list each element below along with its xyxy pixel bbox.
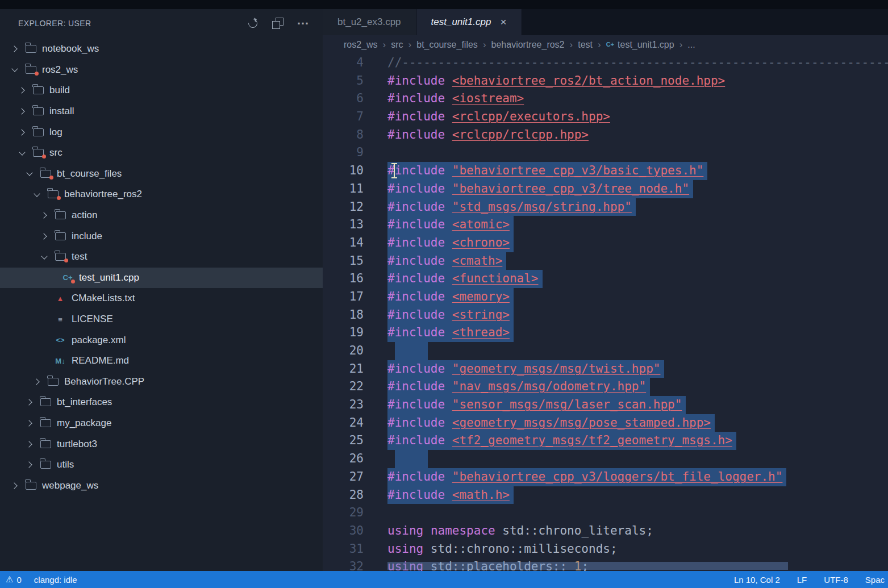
code-editor[interactable]: 4//-------------------------------------… (323, 54, 888, 571)
line-number[interactable]: 22 (323, 378, 364, 396)
code-line-29[interactable]: 29 (323, 504, 888, 522)
status-ln-10-col-2[interactable]: Ln 10, Col 2 (734, 575, 780, 585)
line-number[interactable]: 10 (323, 162, 364, 180)
line-number[interactable]: 6 (323, 90, 364, 108)
code-line-25[interactable]: 25#include <tf2_geometry_msgs/tf2_geomet… (323, 432, 888, 450)
line-number[interactable]: 29 (323, 504, 364, 522)
breadcrumb-item-behaviortree_ros2[interactable]: behaviortree_ros2 (491, 40, 565, 50)
code-line-13[interactable]: 13#include <atomic> (323, 216, 888, 234)
line-number[interactable]: 20 (323, 342, 364, 360)
tree-item-turtlebot3[interactable]: turtlebot3 (0, 433, 323, 454)
line-number[interactable]: 23 (323, 396, 364, 414)
breadcrumb-item-ros2_ws[interactable]: ros2_ws (344, 40, 378, 50)
code-line-17[interactable]: 17#include <memory> (323, 288, 888, 306)
code-line-5[interactable]: 5#include <behaviortree_ros2/bt_action_n… (323, 72, 888, 90)
tree-item-package.xml[interactable]: <>package.xml (0, 330, 323, 351)
code-line-30[interactable]: 30using namespace std::chrono_literals; (323, 522, 888, 540)
code-line-23[interactable]: 23#include "sensor_msgs/msg/laser_scan.h… (323, 396, 888, 414)
problems-indicator[interactable]: ⚠ 0 (6, 574, 22, 585)
line-number[interactable]: 19 (323, 324, 364, 342)
horizontal-scrollbar[interactable] (387, 562, 788, 570)
refresh-icon[interactable] (244, 15, 261, 32)
tab-bt_u2_ex3.cpp[interactable]: bt_u2_ex3.cpp (323, 9, 416, 35)
line-number[interactable]: 14 (323, 234, 364, 252)
line-number[interactable]: 30 (323, 522, 364, 540)
line-number[interactable]: 5 (323, 72, 364, 90)
code-line-9[interactable]: 9 (323, 144, 888, 162)
line-number[interactable]: 28 (323, 486, 364, 504)
tree-item-ros2_ws[interactable]: ros2_ws (0, 60, 323, 81)
line-number[interactable]: 18 (323, 306, 364, 324)
line-number[interactable]: 13 (323, 216, 364, 234)
code-line-31[interactable]: 31using std::chrono::milliseconds; (323, 540, 888, 558)
code-line-6[interactable]: 6#include <iostream> (323, 90, 888, 108)
tab-test_unit1.cpp[interactable]: test_unit1.cpp× (416, 9, 522, 35)
tree-item-src[interactable]: src (0, 143, 323, 164)
code-line-28[interactable]: 28#include <math.h> (323, 486, 888, 504)
tree-item-README.md[interactable]: M↓README.md (0, 351, 323, 372)
code-line-18[interactable]: 18#include <string> (323, 306, 888, 324)
collapse-folders-icon[interactable] (269, 15, 286, 32)
line-number[interactable]: 4 (323, 54, 364, 72)
code-line-24[interactable]: 24#include <geometry_msgs/msg/pose_stamp… (323, 414, 888, 432)
tree-item-my_package[interactable]: my_package (0, 413, 323, 434)
line-number[interactable]: 27 (323, 468, 364, 486)
code-line-21[interactable]: 21#include "geometry_msgs/msg/twist.hpp" (323, 360, 888, 378)
language-server-status[interactable]: clangd: idle (34, 575, 77, 585)
line-number[interactable]: 32 (323, 558, 364, 571)
code-line-10[interactable]: 10#include "behaviortree_cpp_v3/basic_ty… (323, 162, 888, 180)
line-number[interactable]: 26 (323, 450, 364, 468)
line-number[interactable]: 25 (323, 432, 364, 450)
line-number[interactable]: 8 (323, 126, 364, 144)
tree-item-install[interactable]: install (0, 101, 323, 122)
tree-item-bt_interfaces[interactable]: bt_interfaces (0, 392, 323, 413)
tree-item-build[interactable]: build (0, 80, 323, 101)
tree-item-BehaviorTree.CPP[interactable]: BehaviorTree.CPP (0, 372, 323, 393)
tree-item-CMakeLists.txt[interactable]: ▲CMakeLists.txt (0, 288, 323, 309)
line-number[interactable]: 15 (323, 252, 364, 270)
status-lf[interactable]: LF (797, 575, 807, 585)
code-line-27[interactable]: 27#include "behaviortree_cpp_v3/loggers/… (323, 468, 888, 486)
code-line-11[interactable]: 11#include "behaviortree_cpp_v3/tree_nod… (323, 180, 888, 198)
breadcrumb-item-...[interactable]: ... (687, 40, 695, 50)
tree-item-notebook_ws[interactable]: notebook_ws (0, 39, 323, 60)
tree-item-behaviortree_ros2[interactable]: behaviortree_ros2 (0, 184, 323, 205)
line-number[interactable]: 24 (323, 414, 364, 432)
code-line-26[interactable]: 26 (323, 450, 888, 468)
tree-item-test_unit1.cpp[interactable]: C+test_unit1.cpp (0, 268, 323, 289)
tree-item-include[interactable]: include (0, 226, 323, 247)
tree-item-utils[interactable]: utils (0, 454, 323, 476)
code-line-22[interactable]: 22#include "nav_msgs/msg/odometry.hpp" (323, 378, 888, 396)
breadcrumb-item-test_unit1.cpp[interactable]: C+test_unit1.cpp (606, 40, 674, 50)
code-line-8[interactable]: 8#include <rclcpp/rclcpp.hpp> (323, 126, 888, 144)
code-line-7[interactable]: 7#include <rclcpp/executors.hpp> (323, 108, 888, 126)
code-line-16[interactable]: 16#include <functional> (323, 270, 888, 288)
line-number[interactable]: 31 (323, 540, 364, 558)
tree-item-action[interactable]: action (0, 205, 323, 226)
status-utf-8[interactable]: UTF-8 (824, 575, 848, 585)
code-line-12[interactable]: 12#include "std_msgs/msg/string.hpp" (323, 198, 888, 216)
code-line-15[interactable]: 15#include <cmath> (323, 252, 888, 270)
line-number[interactable]: 17 (323, 288, 364, 306)
breadcrumb-item-src[interactable]: src (391, 40, 403, 50)
line-number[interactable]: 16 (323, 270, 364, 288)
code-line-4[interactable]: 4//-------------------------------------… (323, 54, 888, 72)
line-number[interactable]: 7 (323, 108, 364, 126)
code-line-19[interactable]: 19#include <thread> (323, 324, 888, 342)
code-line-20[interactable]: 20 (323, 342, 888, 360)
tree-item-webpage_ws[interactable]: webpage_ws (0, 475, 323, 496)
breadcrumb-item-bt_course_files[interactable]: bt_course_files (416, 40, 478, 50)
tree-item-log[interactable]: log (0, 122, 323, 143)
line-number[interactable]: 11 (323, 180, 364, 198)
tree-item-LICENSE[interactable]: ≡LICENSE (0, 309, 323, 330)
more-icon[interactable]: … (294, 15, 311, 32)
tree-item-test[interactable]: test (0, 247, 323, 268)
line-number[interactable]: 12 (323, 198, 364, 216)
code-line-14[interactable]: 14#include <chrono> (323, 234, 888, 252)
tree-item-bt_course_files[interactable]: bt_course_files (0, 164, 323, 185)
close-icon[interactable]: × (500, 16, 506, 28)
line-number[interactable]: 9 (323, 144, 364, 162)
status-spac[interactable]: Spac (865, 575, 885, 585)
breadcrumb-item-test[interactable]: test (578, 40, 593, 50)
line-number[interactable]: 21 (323, 360, 364, 378)
